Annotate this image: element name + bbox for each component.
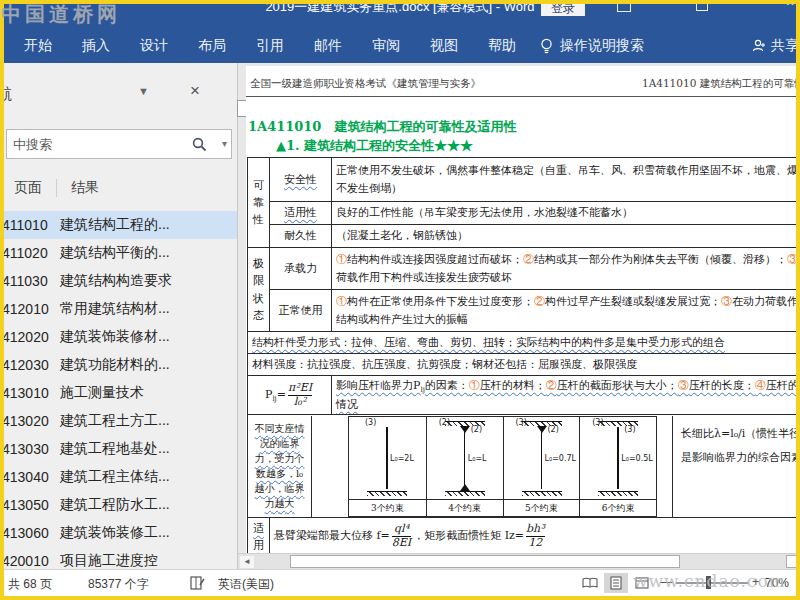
search-icon[interactable] bbox=[192, 137, 207, 152]
support-conditions-row: 不同支座情况的临界力，受力个数越多，l₀越小，临界力越大 L₀=2L(3) 3个… bbox=[248, 416, 800, 517]
border-bottom bbox=[0, 596, 800, 600]
share-label: 共享 bbox=[771, 37, 799, 55]
lightbulb-icon bbox=[540, 38, 553, 55]
share-button[interactable]: 共享 bbox=[752, 33, 799, 59]
border-right bbox=[796, 0, 800, 600]
diagram-caption: 3个约束 bbox=[349, 499, 426, 516]
tab-help[interactable]: 帮助 bbox=[488, 37, 516, 55]
column-diagram-pinned-fixed: (2)L₀=0.7L(3) 5个约束 bbox=[503, 417, 580, 516]
column-diagram-cantilever: L₀=2L(3) 3个约束 bbox=[349, 417, 426, 516]
word-window: 2019一建建筑实务重点.docx [兼容模式] - Word 登录 × 开始 … bbox=[0, 0, 800, 600]
row-material-strength: 材料强度：抗拉强度、抗压强度、抗剪强度；钢材还包括：屈服强度、极限强度 bbox=[248, 354, 800, 376]
diagram-caption: 4个约束 bbox=[427, 499, 503, 516]
ribbon-tabs: 开始 插入 设计 布局 引用 邮件 审阅 视图 帮助 bbox=[24, 33, 516, 59]
support-diagrams: L₀=2L(3) 3个约束 (2)L₀=L(2) 4个约束 (2)L₀=0.7L… bbox=[312, 416, 672, 517]
chevron-down-icon[interactable]: ▼ bbox=[138, 85, 149, 97]
nav-item-411030[interactable]: 411030建筑结构构造要求 bbox=[0, 267, 238, 295]
row-label-durability: 耐久性 bbox=[270, 225, 332, 248]
row-label-serviceability: 适用性 bbox=[270, 202, 332, 225]
nav-item-412030[interactable]: 412030建筑功能材料的... bbox=[0, 351, 238, 379]
scrollbar-thumb[interactable] bbox=[290, 555, 680, 568]
tell-me-search[interactable]: 操作说明搜索 bbox=[540, 33, 644, 59]
content-table: 可 靠 性 安全性 正常使用不发生破坏，偶然事件整体稳定（自重、吊车、风、积雪荷… bbox=[247, 157, 800, 553]
row-text-bearing: ①结构构件或连接因强度超过而破坏；②结构或其一部分作为刚体失去平衡（倾覆、滑移）… bbox=[332, 248, 800, 290]
watermark-top-left: 中国道桥网 bbox=[1, 1, 121, 28]
row-label-normal-use: 正常使用 bbox=[270, 290, 332, 332]
word-count[interactable]: 85377 个字 bbox=[88, 576, 149, 593]
tab-separator bbox=[56, 179, 57, 197]
tab-review[interactable]: 审阅 bbox=[372, 37, 400, 55]
row-deflection-formulas: 悬臂梁端部最大位移 f=ql⁴8EI，矩形截面惯性矩 Iz=bh³12 bbox=[270, 518, 800, 553]
tab-mailings[interactable]: 邮件 bbox=[314, 37, 342, 55]
group-limit-states: 极 限 状 态 bbox=[248, 248, 270, 332]
nav-item-420010[interactable]: 420010项目施工进度控 bbox=[0, 547, 238, 570]
watermark-bottom-right: www.cndao.com bbox=[633, 571, 786, 591]
tab-home[interactable]: 开始 bbox=[24, 37, 52, 55]
read-mode-button[interactable] bbox=[578, 573, 602, 593]
row-text-serviceability: 良好的工作性能（吊车梁变形无法使用，水池裂缝不能蓄水） bbox=[332, 202, 800, 225]
tab-references[interactable]: 引用 bbox=[256, 37, 284, 55]
tab-design[interactable]: 设计 bbox=[140, 37, 168, 55]
page-header-right: 1A411010 建筑结构工程的可靠性 bbox=[642, 77, 800, 91]
nav-item-413040[interactable]: 413040建筑工程主体结... bbox=[0, 463, 238, 491]
person-icon bbox=[752, 39, 766, 53]
row-force-forms: 结构杆件受力形式：拉伸、压缩、弯曲、剪切、扭转；实际结构中的构件多是集中受力形式… bbox=[248, 332, 800, 354]
slenderness-note: 长细比λ=l₀/i（惯性半径）是影响临界力的综合因素 bbox=[672, 416, 800, 517]
diagram-caption: 5个约束 bbox=[504, 499, 580, 516]
header-rule bbox=[246, 96, 800, 97]
close-icon[interactable]: × bbox=[190, 81, 200, 101]
proofing-icon[interactable] bbox=[190, 576, 206, 590]
row-text-normal-use: ①构件在正常使用条件下发生过度变形；②构件过早产生裂缝或裂缝发展过宽；③在动力荷… bbox=[332, 290, 800, 332]
section-subheading: ▲1. 建筑结构工程的安全性★★★ bbox=[276, 137, 473, 155]
tab-layout[interactable]: 布局 bbox=[198, 37, 226, 55]
navigation-tabs: 页面 结果 bbox=[14, 175, 99, 201]
critical-force-formula: Plj=π²EIl₀² bbox=[248, 376, 332, 415]
nav-item-413060[interactable]: 413060建筑装饰装修工... bbox=[0, 519, 238, 547]
horizontal-scrollbar[interactable]: ◄ bbox=[238, 553, 800, 569]
scroll-left-arrow-icon[interactable]: ◄ bbox=[240, 556, 254, 568]
group-reliability: 可 靠 性 bbox=[248, 158, 270, 248]
row-label-bearing: 承载力 bbox=[270, 248, 332, 290]
row-text-safety: 正常使用不发生破坏，偶然事件整体稳定（自重、吊车、风、积雪荷载作用坚固不坏，地震… bbox=[332, 158, 800, 202]
nav-item-412010[interactable]: 412010常用建筑结构材... bbox=[0, 295, 238, 323]
nav-item-413050[interactable]: 413050建筑工程防水工... bbox=[0, 491, 238, 519]
nav-item-411020[interactable]: 411020建筑结构平衡的... bbox=[0, 239, 238, 267]
nav-item-411010[interactable]: 411010建筑结构工程的... bbox=[0, 211, 238, 239]
tab-pages[interactable]: 页面 bbox=[14, 175, 42, 201]
print-layout-button[interactable] bbox=[604, 573, 628, 593]
tab-insert[interactable]: 插入 bbox=[82, 37, 110, 55]
section-heading: 1A411010 建筑结构工程的可靠性及适用性 bbox=[248, 118, 516, 136]
column-diagram-pinned-pinned: (2)L₀=L(2) 4个约束 bbox=[426, 417, 503, 516]
search-input[interactable]: 中搜索 ▾ bbox=[6, 129, 232, 159]
nav-item-412020[interactable]: 412020建筑装饰装修材... bbox=[0, 323, 238, 351]
tell-me-label: 操作说明搜索 bbox=[560, 37, 644, 55]
column-diagram-fixed-fixed: (3)L₀=0.5L(3) 6个约束 bbox=[579, 417, 656, 516]
border-left bbox=[0, 0, 4, 600]
heading-list: 411010建筑结构工程的... 411020建筑结构平衡的... 411030… bbox=[0, 211, 238, 570]
tab-results[interactable]: 结果 bbox=[71, 175, 99, 201]
nav-item-413030[interactable]: 413030建筑工程地基处... bbox=[0, 435, 238, 463]
nav-item-413010[interactable]: 413010施工测量技术 bbox=[0, 379, 238, 407]
row-label-safety: 安全性 bbox=[270, 158, 332, 202]
page-header-left: 全国一级建造师职业资格考试《建筑管理与实务》 bbox=[250, 77, 481, 91]
language-status[interactable]: 英语(美国) bbox=[218, 576, 274, 593]
diagram-caption: 6个约束 bbox=[580, 499, 656, 516]
page-count[interactable]: 共 68 页 bbox=[8, 576, 52, 593]
row-label-apply: 适 用 bbox=[248, 518, 270, 553]
row-text-durability: （混凝土老化，钢筋锈蚀） bbox=[332, 225, 800, 248]
document-page: 全国一级建造师职业资格考试《建筑管理与实务》 1A411010 建筑结构工程的可… bbox=[246, 66, 800, 553]
support-note: 不同支座情况的临界力，受力个数越多，l₀越小，临界力越大 bbox=[248, 416, 312, 517]
search-options-chevron-icon[interactable]: ▾ bbox=[222, 138, 227, 149]
navigation-pane: 导航 ▼ × 中搜索 ▾ 页面 结果 411010建筑结构工程的... 4110… bbox=[0, 63, 238, 570]
search-input-text: 中搜索 bbox=[13, 136, 52, 154]
critical-force-factors: 影响压杆临界力Plj的因素：①压杆的材料；②压杆的截面形状与大小；③压杆的长度；… bbox=[332, 376, 800, 415]
tab-view[interactable]: 视图 bbox=[430, 37, 458, 55]
nav-item-413020[interactable]: 413020建筑工程土方工... bbox=[0, 407, 238, 435]
